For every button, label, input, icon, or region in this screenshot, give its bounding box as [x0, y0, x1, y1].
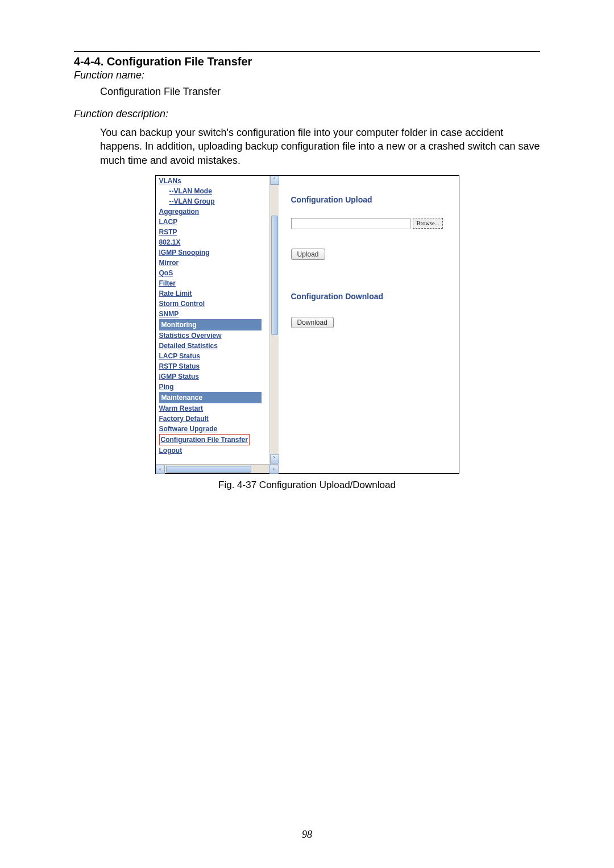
sidebar-item-rstp-status[interactable]: RSTP Status: [159, 361, 279, 371]
upload-file-input[interactable]: [291, 218, 410, 229]
sidebar-item-configuration-file-transfer[interactable]: Configuration File Transfer: [159, 434, 250, 445]
sidebar: VLANs --VLAN Mode --VLAN Group Aggregati…: [156, 176, 279, 473]
sidebar-item-software-upgrade[interactable]: Software Upgrade: [159, 424, 279, 434]
section-title: 4-4-4. Configuration File Transfer: [74, 55, 540, 68]
sidebar-item-ping[interactable]: Ping: [159, 382, 279, 392]
scroll-down-icon[interactable]: ˅: [270, 454, 279, 464]
sidebar-item-igmp-status[interactable]: IGMP Status: [159, 371, 279, 382]
function-description-label: Function description:: [74, 108, 540, 120]
upload-button[interactable]: Upload: [291, 249, 325, 260]
sidebar-item-filter[interactable]: Filter: [159, 278, 279, 288]
sidebar-item-logout[interactable]: Logout: [159, 445, 279, 456]
configuration-download-title: Configuration Download: [291, 292, 446, 301]
scroll-right-icon[interactable]: ›: [269, 465, 279, 474]
sidebar-item-lacp-status[interactable]: LACP Status: [159, 351, 279, 361]
sidebar-item-mirror[interactable]: Mirror: [159, 258, 279, 268]
download-button[interactable]: Download: [291, 317, 334, 328]
sidebar-item-rate-limit[interactable]: Rate Limit: [159, 288, 279, 299]
sidebar-item-statistics-overview[interactable]: Statistics Overview: [159, 330, 279, 341]
sidebar-item-8021x[interactable]: 802.1X: [159, 237, 279, 247]
scroll-thumb-vertical[interactable]: [271, 216, 278, 335]
function-description-text: You can backup your switch's configurati…: [100, 126, 540, 167]
function-name-value: Configuration File Transfer: [100, 86, 540, 98]
sidebar-item-qos[interactable]: QoS: [159, 268, 279, 278]
content-pane: Configuration Upload Browse... Upload Co…: [279, 176, 459, 473]
sidebar-item-snmp[interactable]: SNMP: [159, 309, 279, 319]
configuration-upload-title: Configuration Upload: [291, 195, 446, 204]
browse-button[interactable]: Browse...: [413, 218, 443, 229]
sidebar-item-warm-restart[interactable]: Warm Restart: [159, 403, 279, 414]
sidebar-item-aggregation[interactable]: Aggregation: [159, 206, 279, 217]
scroll-thumb-horizontal[interactable]: [166, 466, 251, 473]
sidebar-item-rstp[interactable]: RSTP: [159, 227, 279, 237]
sidebar-header-maintenance: Maintenance: [159, 392, 262, 403]
sidebar-item-detailed-statistics[interactable]: Detailed Statistics: [159, 341, 279, 351]
function-name-label: Function name:: [74, 69, 540, 81]
sidebar-item-factory-default[interactable]: Factory Default: [159, 414, 279, 424]
sidebar-header-monitoring: Monitoring: [159, 319, 262, 330]
sidebar-vertical-scrollbar[interactable]: ˄ ˅: [269, 176, 279, 464]
scroll-up-icon[interactable]: ˄: [270, 176, 279, 185]
sidebar-item-vlans[interactable]: VLANs: [159, 176, 279, 186]
page-number: 98: [0, 829, 614, 841]
sidebar-horizontal-scrollbar[interactable]: ‹ ›: [156, 464, 279, 473]
sidebar-item-igmp-snooping[interactable]: IGMP Snooping: [159, 247, 279, 258]
sidebar-item-vlan-group[interactable]: --VLAN Group: [159, 196, 279, 206]
sidebar-item-vlan-mode[interactable]: --VLAN Mode: [159, 186, 279, 196]
sidebar-item-storm-control[interactable]: Storm Control: [159, 299, 279, 309]
figure-caption: Fig. 4-37 Configuration Upload/Download: [74, 480, 540, 491]
sidebar-item-lacp[interactable]: LACP: [159, 217, 279, 227]
embedded-screenshot: VLANs --VLAN Mode --VLAN Group Aggregati…: [155, 175, 459, 474]
scroll-left-icon[interactable]: ‹: [156, 465, 165, 474]
